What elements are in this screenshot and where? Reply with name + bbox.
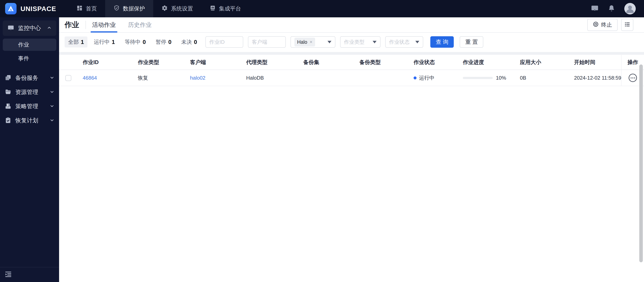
- progress-track: [463, 77, 493, 79]
- section-divider: [59, 52, 644, 55]
- progress-cell: 10%: [463, 75, 512, 81]
- dashboard-icon: [76, 5, 83, 13]
- user-avatar[interactable]: [624, 3, 636, 14]
- filter-chip-pending[interactable]: 未决0: [178, 37, 201, 48]
- col-client: 客户端: [186, 55, 242, 70]
- sidebar-group-label: 备份服务: [15, 74, 50, 82]
- chip-count: 0: [194, 39, 197, 45]
- sidebar-item-label: 作业: [18, 41, 29, 49]
- chip-count: 0: [142, 39, 146, 45]
- column-settings-button[interactable]: [621, 19, 633, 31]
- sidebar-group-monitor-center[interactable]: 监控中心: [3, 21, 56, 36]
- caret-down-icon: [415, 41, 419, 43]
- brand-name: UNISPACE: [20, 5, 56, 13]
- chevron-down-icon: [50, 104, 54, 109]
- filter-row: 全部1 运行中1 等待中0 暂停0 未决0 Halo: [59, 33, 644, 52]
- job-id-input[interactable]: [206, 36, 243, 48]
- col-backup-type: 备份类型: [356, 55, 410, 70]
- nav-item-system-settings[interactable]: 系统设置: [153, 0, 201, 17]
- sidebar-group-label: 资源管理: [15, 88, 50, 96]
- tabs: 活动作业 历史作业: [92, 17, 152, 32]
- table-row: 46864 恢复 halo02 HaloDB 运行中: [59, 70, 644, 86]
- sidebar-group-recovery-plan[interactable]: 恢复计划: [0, 114, 59, 128]
- tab-active-jobs[interactable]: 活动作业: [92, 17, 116, 32]
- row-actions-button[interactable]: [629, 74, 637, 82]
- agent-type-cell: HaloDB: [242, 70, 299, 86]
- sidebar: 监控中心 作业 事件 备份服务: [0, 17, 59, 282]
- nav-item-integration-platform[interactable]: 集成平台: [201, 0, 249, 17]
- unispace-mountain-icon: [5, 3, 16, 14]
- nav-item-label: 集成平台: [219, 5, 241, 13]
- filter-chip-paused[interactable]: 暂停0: [152, 37, 175, 48]
- terminate-button[interactable]: 终止: [587, 19, 618, 31]
- nav-item-label: 系统设置: [171, 5, 193, 13]
- col-job-id: 作业ID: [79, 55, 134, 70]
- job-type-select[interactable]: 作业类型: [340, 36, 380, 48]
- nav-item-label: 首页: [86, 5, 97, 13]
- sidebar-group-policy-management[interactable]: 策略管理: [0, 99, 59, 114]
- monitor-cast-icon: [8, 25, 14, 32]
- select-placeholder: 作业状态: [389, 39, 410, 46]
- sidebar-group-resource-management[interactable]: 资源管理: [0, 85, 59, 99]
- tray-icon: [5, 103, 12, 110]
- chevron-down-icon: [50, 118, 54, 123]
- col-job-status: 作业状态: [410, 55, 459, 70]
- col-job-type: 作业类型: [134, 55, 186, 70]
- sidebar-group-label: 策略管理: [15, 103, 50, 110]
- top-navbar: UNISPACE 首页 数据保护 系统设置: [0, 0, 644, 17]
- tag-close-icon[interactable]: ×: [310, 39, 312, 45]
- status-dot-icon: [414, 77, 416, 79]
- row-checkbox[interactable]: [66, 75, 71, 81]
- chip-label: 运行中: [94, 39, 110, 46]
- bar-chart-icon: [210, 5, 216, 13]
- tab-label: 历史作业: [128, 21, 152, 29]
- filter-chip-all[interactable]: 全部1: [64, 37, 88, 48]
- sidebar-item-label: 事件: [18, 55, 29, 62]
- query-button[interactable]: 查 询: [430, 36, 454, 48]
- nav-item-home[interactable]: 首页: [68, 0, 105, 17]
- list-icon: [624, 21, 630, 28]
- bell-icon[interactable]: [608, 5, 615, 13]
- copy-pages-icon: [5, 74, 12, 82]
- app-window: UNISPACE 首页 数据保护 系统设置: [0, 0, 644, 282]
- tab-label: 活动作业: [92, 21, 116, 29]
- agent-type-tag: Halo ×: [294, 38, 315, 47]
- start-time-cell: 2024-12-02 11:58:59: [570, 70, 621, 86]
- chip-count: 1: [81, 39, 84, 45]
- sidebar-group-label: 恢复计划: [15, 117, 50, 125]
- job-status-select[interactable]: 作业状态: [385, 36, 423, 48]
- chevron-down-icon: [50, 75, 54, 81]
- chip-label: 未决: [182, 39, 192, 46]
- stop-circle-icon: [593, 21, 599, 29]
- tab-history-jobs[interactable]: 历史作业: [128, 17, 152, 32]
- chip-count: 1: [112, 39, 115, 45]
- brand: UNISPACE: [0, 3, 59, 14]
- sidebar-item-events[interactable]: 事件: [3, 52, 56, 65]
- client-input[interactable]: [248, 36, 286, 48]
- sidebar-item-jobs[interactable]: 作业: [3, 39, 56, 51]
- reset-button[interactable]: 重 置: [460, 36, 483, 48]
- table-header-row: 作业ID 作业类型 客户端 代理类型 备份集 备份类型 作业状态 作业进度 应用…: [59, 55, 644, 70]
- client-link[interactable]: halo02: [190, 75, 206, 81]
- collapse-sidebar-icon[interactable]: [4, 270, 12, 279]
- sidebar-group-backup-service[interactable]: 备份服务: [0, 71, 59, 85]
- nav-item-data-protection[interactable]: 数据保护: [105, 0, 153, 17]
- filter-chip-running[interactable]: 运行中1: [90, 37, 118, 48]
- title-divider: [86, 21, 86, 29]
- filter-chip-waiting[interactable]: 等待中0: [121, 37, 149, 48]
- select-all-header: [59, 55, 79, 70]
- agent-type-select[interactable]: Halo ×: [290, 36, 336, 48]
- content-area: 作业 活动作业 历史作业 终止: [59, 17, 644, 282]
- page-title: 作业: [64, 20, 79, 30]
- backup-set-cell: [299, 70, 356, 86]
- content-header: 作业 活动作业 历史作业 终止: [59, 17, 644, 33]
- chip-label: 等待中: [125, 39, 140, 46]
- caret-down-icon: [328, 41, 332, 43]
- screen-share-icon[interactable]: [591, 4, 599, 13]
- sidebar-footer: [0, 267, 59, 282]
- app-size-cell: 0B: [516, 70, 570, 86]
- chevron-up-icon: [47, 26, 52, 31]
- nav-item-label: 数据保护: [123, 5, 145, 13]
- job-id-link[interactable]: 46864: [83, 75, 97, 81]
- vertical-scrollbar[interactable]: [639, 65, 643, 262]
